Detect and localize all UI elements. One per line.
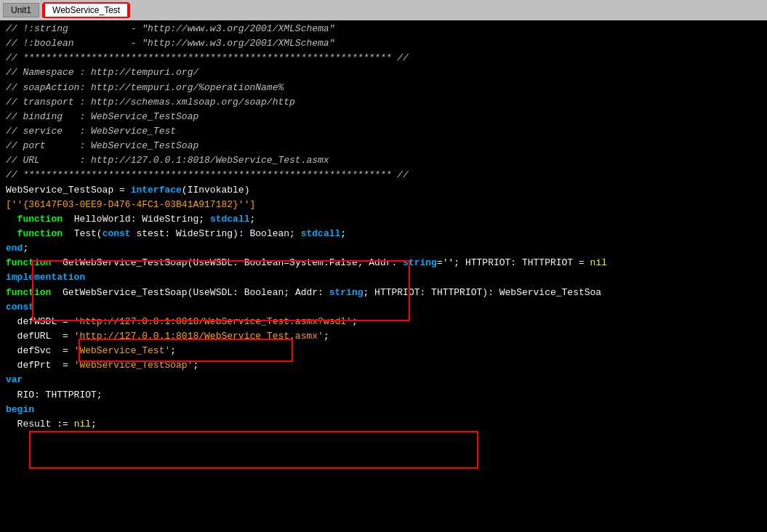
code-line: // Namespace : http://tempuri.org/ xyxy=(0,65,767,80)
code-line: begin xyxy=(0,403,767,417)
code-line: RIO: THTTPRIOT; xyxy=(0,388,767,403)
code-line: // binding : WebService_TestSoap xyxy=(0,110,767,124)
code-line: function Test(const stest: WideString): … xyxy=(0,227,767,241)
code-line: // service : WebService_Test xyxy=(0,124,767,139)
code-line: // port : WebService_TestSoap xyxy=(0,139,767,153)
code-line: // transport : http://schemas.xmlsoap.or… xyxy=(0,95,767,110)
highlight-box-const xyxy=(29,431,478,469)
code-line: // !:string - "http://www.w3.org/2001/XM… xyxy=(0,22,767,36)
code-line: WebService_TestSoap = interface(IInvokab… xyxy=(0,183,767,198)
code-line: function HelloWorld: WideString; stdcall… xyxy=(0,212,767,227)
code-line: function GetWebService_TestSoap(UseWSDL:… xyxy=(0,286,767,300)
code-line: end; xyxy=(0,241,767,256)
code-area: // !:string - "http://www.w3.org/2001/XM… xyxy=(0,20,767,532)
code-line: defSvc = 'WebService_Test'; xyxy=(0,344,767,358)
code-line: // *************************************… xyxy=(0,51,767,65)
code-line: const xyxy=(0,300,767,315)
code-line: function GetWebService_TestSoap(UseWSDL:… xyxy=(0,256,767,270)
code-line: var xyxy=(0,373,767,387)
title-bar: Unit1 WebService_Test xyxy=(0,0,767,20)
tab-unit1[interactable]: Unit1 xyxy=(3,3,39,17)
code-line: // soapAction: http://tempuri.org/%opera… xyxy=(0,81,767,95)
code-line: // *************************************… xyxy=(0,168,767,182)
code-line: [''{36147F03-0EE9-D476-4FC1-03B41A917182… xyxy=(0,198,767,212)
code-line: // !:boolean - "http://www.w3.org/2001/X… xyxy=(0,36,767,51)
code-line: implementation xyxy=(0,270,767,285)
code-line: defPrt = 'WebService_TestSoap'; xyxy=(0,358,767,373)
tab-webservice[interactable]: WebService_Test xyxy=(44,2,129,18)
code-line: defURL = 'http://127.0.0.1:8018/WebServi… xyxy=(0,329,767,344)
code-line: Result := nil; xyxy=(0,417,767,432)
code-line: // URL : http://127.0.0.1:8018/WebServic… xyxy=(0,153,767,168)
code-line: defWSDL = 'http://127.0.0.1:8018/WebServ… xyxy=(0,315,767,329)
